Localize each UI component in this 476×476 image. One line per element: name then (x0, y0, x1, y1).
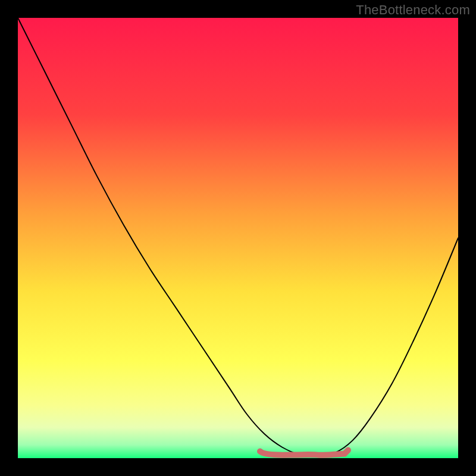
plot-background (18, 18, 458, 458)
bottleneck-chart (0, 0, 476, 476)
chart-stage: { "watermark": "TheBottleneck.com", "col… (0, 0, 476, 476)
watermark-text: TheBottleneck.com (356, 2, 470, 18)
